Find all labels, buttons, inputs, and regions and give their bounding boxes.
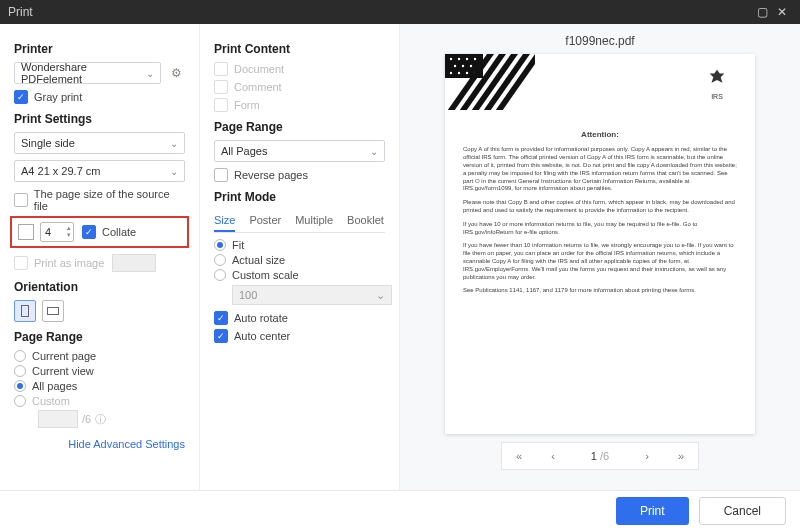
form-label: Form	[234, 99, 260, 111]
tab-size[interactable]: Size	[214, 210, 235, 232]
middle-panel: Print Content ✓Document Comment Form Pag…	[200, 24, 400, 490]
svg-point-1	[450, 58, 452, 60]
printer-select[interactable]: Wondershare PDFelement ⌄	[14, 62, 161, 84]
fit-label: Fit	[232, 239, 244, 251]
orientation-heading: Orientation	[14, 280, 185, 294]
comment-checkbox[interactable]: Comment	[214, 80, 385, 94]
svg-rect-16	[496, 54, 535, 110]
maximize-icon[interactable]: ▢	[752, 5, 772, 19]
svg-point-2	[458, 58, 460, 60]
preview-page: IRS Attention: Copy A of this form is pr…	[445, 54, 755, 434]
auto-center-checkbox[interactable]: ✓ Auto center	[214, 329, 385, 343]
svg-point-9	[458, 72, 460, 74]
print-mode-heading: Print Mode	[214, 190, 385, 204]
spinner-arrows-icon[interactable]: ▴▾	[67, 224, 71, 238]
page-size-source-checkbox[interactable]: The page size of the source file	[14, 188, 185, 212]
gray-print-checkbox[interactable]: ✓ Gray print	[14, 90, 185, 104]
print-as-image-checkbox[interactable]: Print as image	[14, 254, 185, 272]
reverse-pages-checkbox[interactable]: Reverse pages	[214, 168, 385, 182]
printer-selected: Wondershare PDFelement	[21, 61, 146, 85]
checkbox-checked-icon: ✓	[14, 90, 28, 104]
chevron-down-icon: ⌄	[170, 166, 178, 177]
window-title: Print	[8, 5, 752, 19]
svg-point-4	[474, 58, 476, 60]
dialog-footer: Print Cancel	[0, 490, 800, 531]
info-icon: ⓘ	[95, 412, 106, 427]
pager-last-button[interactable]: »	[664, 450, 698, 462]
svg-point-6	[462, 65, 464, 67]
paper-value: A4 21 x 29.7 cm	[21, 165, 101, 177]
preview-paragraph: If you have fewer than 10 information re…	[463, 242, 737, 281]
svg-point-10	[466, 72, 468, 74]
custom-range-of: /6	[82, 413, 91, 425]
gray-print-label: Gray print	[34, 91, 82, 103]
actual-size-radio[interactable]: Actual size	[214, 254, 385, 266]
radio-icon	[214, 254, 226, 266]
svg-point-3	[466, 58, 468, 60]
orientation-portrait-button[interactable]	[14, 300, 36, 322]
fit-radio[interactable]: Fit	[214, 239, 385, 251]
preview-paragraph: Copy A of this form is provided for info…	[463, 146, 737, 193]
hide-advanced-link[interactable]: Hide Advanced Settings	[14, 434, 185, 454]
custom-range-radio[interactable]: Custom	[14, 395, 185, 407]
checkbox-checked-icon: ✓	[214, 311, 228, 325]
preview-paragraph: If you have 10 or more information retur…	[463, 221, 737, 237]
main-content: Printer Wondershare PDFelement ⌄ ⚙ ✓ Gra…	[0, 24, 800, 490]
print-mode-tabs: Size Poster Multiple Booklet	[214, 210, 385, 233]
dpi-input	[112, 254, 156, 272]
tab-poster[interactable]: Poster	[249, 210, 281, 232]
chevron-down-icon: ⌄	[146, 68, 154, 79]
orientation-landscape-button[interactable]	[42, 300, 64, 322]
all-pages-label: All pages	[32, 380, 77, 392]
checkbox-icon: ✓	[214, 62, 228, 76]
tab-multiple[interactable]: Multiple	[295, 210, 333, 232]
preview-panel: f1099nec.pdf IRS Attention: Copy A of th…	[400, 24, 800, 490]
current-view-radio[interactable]: Current view	[14, 365, 185, 377]
sides-select[interactable]: Single side ⌄	[14, 132, 185, 154]
pager-first-button[interactable]: «	[502, 450, 536, 462]
titlebar: Print ▢ ✕	[0, 0, 800, 24]
scale-value: 100	[239, 289, 257, 301]
pager-next-button[interactable]: ›	[630, 450, 664, 462]
page-size-source-label: The page size of the source file	[34, 188, 185, 212]
checkbox-icon	[214, 80, 228, 94]
print-button[interactable]: Print	[616, 497, 689, 525]
collate-label: Collate	[102, 226, 136, 238]
radio-icon	[14, 350, 26, 362]
tab-booklet[interactable]: Booklet	[347, 210, 384, 232]
paper-select[interactable]: A4 21 x 29.7 cm ⌄	[14, 160, 185, 182]
preview-pager: « ‹ 1 /6 › »	[501, 442, 699, 470]
cancel-button[interactable]: Cancel	[699, 497, 786, 525]
form-checkbox[interactable]: Form	[214, 98, 385, 112]
chevron-down-icon: ⌄	[376, 289, 385, 302]
checkbox-icon	[214, 168, 228, 182]
pager-prev-button[interactable]: ‹	[536, 450, 570, 462]
radio-icon	[214, 269, 226, 281]
current-view-label: Current view	[32, 365, 94, 377]
svg-point-8	[450, 72, 452, 74]
custom-scale-radio[interactable]: Custom scale	[214, 269, 385, 281]
preview-filename: f1099nec.pdf	[565, 24, 634, 54]
printer-heading: Printer	[14, 42, 185, 56]
collate-checkbox[interactable]: ✓ Collate	[82, 225, 136, 239]
page-range-select[interactable]: All Pages ⌄	[214, 140, 385, 162]
custom-range-input	[38, 410, 78, 428]
copies-icon	[18, 224, 34, 240]
preview-paragraph: See Publications 1141, 1167, and 1179 fo…	[463, 287, 737, 295]
irs-logo-icon: IRS	[697, 68, 737, 101]
flag-graphic-icon	[445, 54, 535, 110]
radio-icon	[14, 395, 26, 407]
current-page-radio[interactable]: Current page	[14, 350, 185, 362]
irs-label: IRS	[697, 92, 737, 101]
checkbox-icon	[214, 98, 228, 112]
checkbox-icon	[14, 193, 28, 207]
left-panel: Printer Wondershare PDFelement ⌄ ⚙ ✓ Gra…	[0, 24, 200, 490]
copies-input[interactable]: 4 ▴▾	[40, 222, 74, 242]
auto-rotate-checkbox[interactable]: ✓ Auto rotate	[214, 311, 385, 325]
printer-settings-icon[interactable]: ⚙	[167, 64, 185, 82]
document-checkbox[interactable]: ✓Document	[214, 62, 385, 76]
close-icon[interactable]: ✕	[772, 5, 792, 19]
all-pages-radio[interactable]: All pages	[14, 380, 185, 392]
custom-scale-input: 100 ⌄	[232, 285, 392, 305]
copies-collate-highlight: 4 ▴▾ ✓ Collate	[10, 216, 189, 248]
